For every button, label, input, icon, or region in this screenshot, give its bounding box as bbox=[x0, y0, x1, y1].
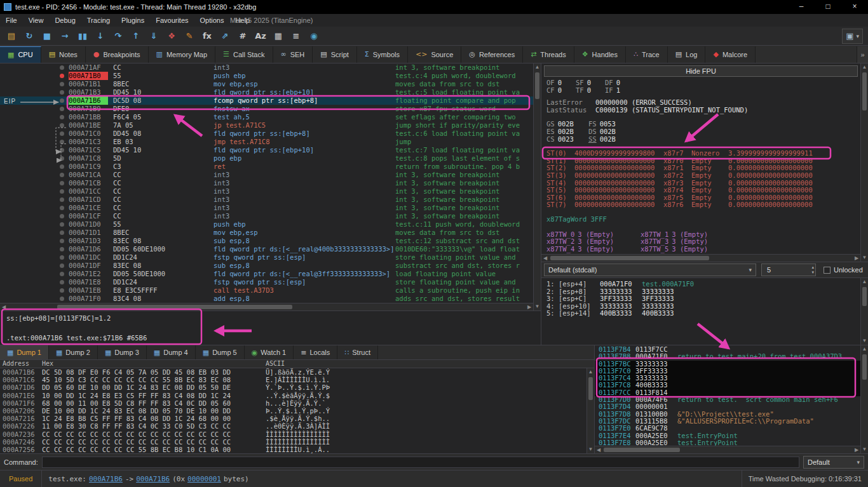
status-bytes[interactable]: 00000001 bbox=[187, 475, 221, 483]
breakpoint-dot[interactable] bbox=[60, 74, 64, 78]
command-input[interactable] bbox=[42, 457, 799, 468]
scrollbar-thumb[interactable] bbox=[862, 354, 867, 380]
minimize-button[interactable]: – bbox=[788, 0, 815, 14]
breakpoint-dot[interactable] bbox=[60, 164, 64, 169]
view-tab[interactable]: ☰ Call Stack bbox=[215, 46, 273, 63]
breakpoint-dot[interactable] bbox=[60, 264, 64, 268]
dump-row[interactable]: 000A7226 11 00 E8 30 C8 FF FF 83 C4 0C 3… bbox=[0, 422, 594, 430]
scrollbar-thumb[interactable] bbox=[862, 72, 867, 110]
breakpoint-dot[interactable] bbox=[60, 247, 64, 251]
scroll-up-icon[interactable]: ▲ bbox=[861, 278, 868, 286]
breakpoint-dot[interactable] bbox=[60, 98, 64, 103]
scroll-left-icon[interactable]: ◀ bbox=[0, 304, 8, 310]
toolbar-button[interactable]: ≡ bbox=[287, 29, 305, 44]
breakpoint-dot[interactable] bbox=[60, 65, 64, 70]
stack-row[interactable]: 0113F7B4 0113F7CC bbox=[595, 346, 860, 353]
scroll-down-icon[interactable]: ▼ bbox=[587, 446, 594, 453]
disasm-row[interactable]: 000A71C9 C3 ret return from subroutine. … bbox=[0, 163, 533, 171]
toolbar-button[interactable]: fx bbox=[198, 29, 216, 44]
disasm-row[interactable]: 000A71BE 7A 05 jp test.A71C5 jump short … bbox=[0, 121, 533, 130]
breakpoint-dot[interactable] bbox=[60, 123, 64, 128]
dump-vertical-scrollbar[interactable]: ▲ ▼ bbox=[587, 368, 594, 453]
disasm-row[interactable]: 000A71F0 83C4 08 add esp,8 adds src and … bbox=[0, 295, 533, 303]
scrollbar-thumb[interactable] bbox=[57, 305, 292, 309]
unlocked-checkbox[interactable] bbox=[824, 267, 831, 274]
view-tab[interactable]: ◆ Malcore bbox=[705, 46, 756, 63]
disasm-row[interactable]: 000A71CE CC int3 int 3, software breakpo… bbox=[0, 204, 533, 212]
view-tab[interactable]: ▤ Log bbox=[668, 46, 706, 63]
dump-row[interactable]: 000A71F6 68 00 00 11 00 E8 5D C8 FF FF 8… bbox=[0, 399, 594, 407]
disasm-row[interactable]: 000A71E2 DD05 50DE1000 fld qword ptr ds:… bbox=[0, 270, 533, 278]
disasm-row[interactable]: 000A71C3 EB 03 jmp test.A71C8 jump bbox=[0, 138, 533, 146]
disasm-row[interactable]: 000A71DC DD1C24 fstp qword ptr ss:[esp] … bbox=[0, 253, 533, 262]
scroll-down-icon[interactable]: ▼ bbox=[861, 337, 868, 345]
menu-item[interactable]: Favourites bbox=[150, 15, 194, 25]
argument-depth-spinner[interactable]: 5 ▴ ▾ bbox=[761, 264, 816, 276]
scroll-left-icon[interactable]: ◀ bbox=[595, 446, 602, 453]
dump-tab[interactable]: ▦ Dump 3 bbox=[98, 345, 147, 359]
dump-tab[interactable]: ▦ Dump 4 bbox=[147, 345, 196, 359]
dump-tab[interactable]: ◉ Watch 1 bbox=[245, 345, 294, 359]
dump-row[interactable]: 000A71E6 10 00 DD 1C 24 E8 E3 C5 FF FF 8… bbox=[0, 392, 594, 399]
disasm-row[interactable]: 000A71CC CC int3 int 3, software breakpo… bbox=[0, 187, 533, 196]
breakpoint-dot[interactable] bbox=[60, 197, 64, 202]
breakpoint-dot[interactable] bbox=[60, 255, 64, 260]
scrollbar-thumb[interactable] bbox=[550, 256, 709, 260]
toolbar-button[interactable]: ↻ bbox=[20, 29, 38, 44]
scroll-down-icon[interactable]: ▼ bbox=[534, 303, 541, 310]
disasm-row[interactable]: 000A71DF 83EC 08 sub esp,8 substract src… bbox=[0, 262, 533, 270]
stack-row[interactable]: 0113F7E4 000A25E0 test.EntryPoint bbox=[595, 432, 860, 439]
disasm-row[interactable]: 000A71D3 83EC 08 sub esp,8 test.c:12 sub… bbox=[0, 237, 533, 245]
dump-row[interactable]: 000A71B6 DC 5D 08 DF E0 F6 C4 05 7A 05 D… bbox=[0, 368, 594, 376]
disasm-row[interactable]: 000A71CF CC int3 int 3, software breakpo… bbox=[0, 212, 533, 220]
view-tab[interactable]: ▦ CPU bbox=[0, 46, 41, 63]
view-tab[interactable]: ▤ Script bbox=[313, 46, 357, 63]
disasm-row[interactable]: 000A71B0 55 push ebp test.c:4 push word,… bbox=[0, 72, 533, 80]
breakpoint-dot[interactable] bbox=[60, 288, 64, 293]
breakpoint-dot[interactable] bbox=[60, 297, 64, 301]
breakpoint-dot[interactable] bbox=[60, 173, 64, 177]
scroll-down-icon[interactable]: ▼ bbox=[861, 446, 868, 453]
disasm-row[interactable]: 000A71D6 DD05 60DE1000 fld qword ptr ds:… bbox=[0, 245, 533, 253]
scroll-up-icon[interactable]: ▲ bbox=[587, 368, 594, 376]
disassembly-view[interactable]: 000A71AF CC int3 int 3, software breakpo… bbox=[0, 63, 533, 303]
disasm-row[interactable]: 000A71B1 8BEC mov ebp,esp moves data fro… bbox=[0, 80, 533, 88]
breakpoint-dot[interactable] bbox=[60, 156, 64, 161]
disasm-row[interactable]: 000A71AF CC int3 int 3, software breakpo… bbox=[0, 63, 533, 72]
scrollbar-thumb[interactable] bbox=[535, 72, 539, 99]
calling-convention-select[interactable]: Default (stdcall) ▾ bbox=[544, 264, 756, 276]
dump-row[interactable]: 000A7246 CC CC CC CC CC CC CC CC CC CC C… bbox=[0, 438, 594, 446]
breakpoint-dot[interactable] bbox=[60, 90, 64, 95]
breakpoint-dot[interactable] bbox=[60, 107, 64, 111]
close-button[interactable]: × bbox=[841, 0, 868, 14]
hide-fpu-button[interactable]: Hide FPU bbox=[544, 65, 858, 77]
disasm-row[interactable]: 000A71BB F6C4 05 test ah,5 set eflags af… bbox=[0, 113, 533, 121]
disasm-row[interactable]: 000A71C0 DD45 08 fld qword ptr ss:[ebp+8… bbox=[0, 130, 533, 138]
command-mode-select[interactable]: Default ▾ bbox=[803, 456, 864, 469]
breakpoint-dot[interactable] bbox=[60, 115, 64, 119]
registers-horizontal-scrollbar[interactable]: ◀ ▶ bbox=[541, 254, 860, 262]
menu-item[interactable]: File bbox=[0, 15, 23, 25]
toolbar-button[interactable]: ⇓ bbox=[145, 29, 163, 44]
scroll-up-icon[interactable]: ▲ bbox=[861, 345, 868, 353]
disasm-row[interactable]: 000A71D1 8BEC mov ebp,esp moves data fro… bbox=[0, 229, 533, 237]
toolbar-button[interactable]: Az bbox=[252, 29, 269, 44]
arguments-vertical-scrollbar[interactable]: ▲ ▼ bbox=[860, 278, 868, 345]
st-register-row[interactable]: ST(7)00000000000000000000x87r6Empty0.000… bbox=[546, 201, 858, 209]
menu-item[interactable]: Tracing bbox=[81, 15, 116, 25]
toolbar-button[interactable]: ▤ bbox=[3, 29, 20, 44]
view-tab[interactable]: ❖ Handles bbox=[574, 46, 626, 63]
stack-row[interactable]: 0113F7BC 33333333 bbox=[595, 361, 860, 368]
view-tab[interactable]: ◎ References bbox=[461, 46, 523, 63]
registers-vertical-scrollbar[interactable]: ▲ ▼ bbox=[860, 63, 868, 262]
view-tab[interactable]: ⇄ Threads bbox=[523, 46, 574, 63]
maximize-button[interactable]: □ bbox=[815, 0, 841, 14]
scroll-up-icon[interactable]: ▲ bbox=[861, 63, 868, 71]
toolbar-button[interactable]: ✎ bbox=[180, 29, 198, 44]
scroll-right-icon[interactable]: ▶ bbox=[853, 446, 860, 453]
disasm-row[interactable]: 000A71CB CC int3 int 3, software breakpo… bbox=[0, 179, 533, 187]
tab-overflow-button[interactable]: » bbox=[857, 46, 868, 63]
breakpoint-dot[interactable] bbox=[60, 181, 64, 185]
dump-row[interactable]: 000A71C6 45 10 5D C3 CC CC CC CC CC CC 5… bbox=[0, 376, 594, 384]
breakpoint-dot[interactable] bbox=[60, 214, 64, 218]
